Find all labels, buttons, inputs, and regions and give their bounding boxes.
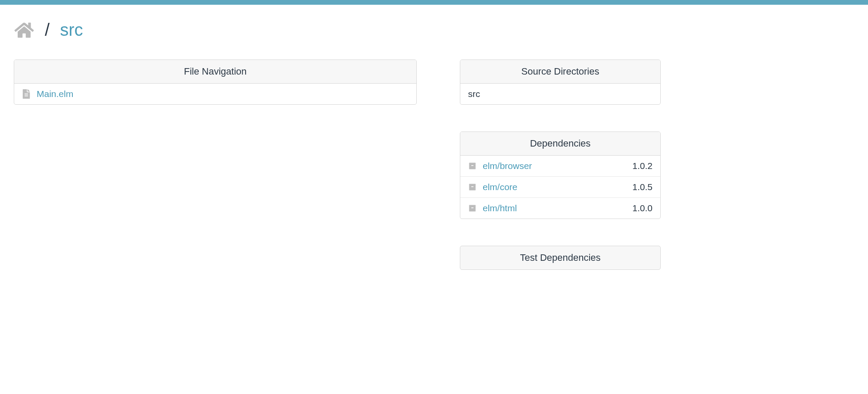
right-column: Source Directories src Dependencies elm/… bbox=[460, 59, 661, 270]
dependency-version: 1.0.2 bbox=[632, 161, 653, 171]
svg-rect-4 bbox=[469, 184, 476, 185]
source-directories-header: Source Directories bbox=[460, 60, 660, 84]
svg-rect-1 bbox=[469, 163, 476, 164]
breadcrumb: / src bbox=[14, 20, 854, 40]
file-list: Main.elm bbox=[14, 84, 416, 104]
page-container: / src File Navigation Main.elm Source Di… bbox=[0, 5, 868, 285]
dependency-row[interactable]: elm/html1.0.0 bbox=[460, 198, 660, 219]
dependency-version: 1.0.0 bbox=[632, 203, 653, 213]
dependency-version: 1.0.5 bbox=[632, 182, 653, 192]
package-icon bbox=[468, 204, 477, 213]
top-bar bbox=[0, 0, 868, 5]
file-icon bbox=[22, 89, 31, 99]
test-dependencies-panel: Test Dependencies bbox=[460, 246, 661, 270]
dependency-name[interactable]: elm/core bbox=[483, 182, 632, 192]
file-name[interactable]: Main.elm bbox=[37, 89, 73, 99]
columns: File Navigation Main.elm Source Director… bbox=[14, 59, 854, 270]
source-directory-row: src bbox=[460, 84, 660, 104]
dependency-name[interactable]: elm/browser bbox=[483, 161, 632, 171]
svg-rect-2 bbox=[471, 165, 474, 166]
home-icon[interactable] bbox=[14, 22, 34, 39]
breadcrumb-current[interactable]: src bbox=[60, 20, 83, 40]
dependencies-panel: Dependencies elm/browser1.0.2elm/core1.0… bbox=[460, 131, 661, 219]
file-navigation-header: File Navigation bbox=[14, 60, 416, 84]
svg-rect-3 bbox=[469, 185, 476, 191]
package-icon bbox=[468, 183, 477, 191]
dependency-row[interactable]: elm/core1.0.5 bbox=[460, 177, 660, 198]
svg-rect-0 bbox=[469, 164, 476, 169]
svg-rect-7 bbox=[469, 205, 476, 206]
svg-rect-6 bbox=[469, 206, 476, 212]
dependencies-header: Dependencies bbox=[460, 132, 660, 156]
svg-rect-8 bbox=[471, 207, 474, 208]
source-directories-list: src bbox=[460, 84, 660, 104]
breadcrumb-separator: / bbox=[45, 20, 50, 40]
dependencies-list: elm/browser1.0.2elm/core1.0.5elm/html1.0… bbox=[460, 156, 660, 219]
source-directory-path: src bbox=[468, 89, 480, 99]
svg-rect-5 bbox=[471, 186, 474, 187]
dependency-row[interactable]: elm/browser1.0.2 bbox=[460, 156, 660, 177]
file-row[interactable]: Main.elm bbox=[14, 84, 416, 104]
package-icon bbox=[468, 162, 477, 170]
file-navigation-panel: File Navigation Main.elm bbox=[14, 59, 417, 105]
source-directories-panel: Source Directories src bbox=[460, 59, 661, 105]
dependency-name[interactable]: elm/html bbox=[483, 203, 632, 213]
left-column: File Navigation Main.elm bbox=[14, 59, 417, 131]
